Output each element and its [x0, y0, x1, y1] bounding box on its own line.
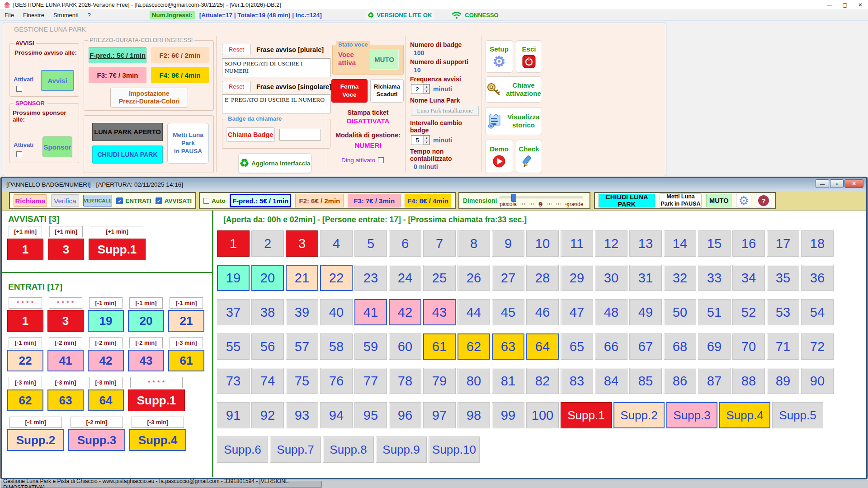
spin-up-icon[interactable]: ▲ [424, 84, 429, 89]
badge-cell-30[interactable]: 30 [595, 265, 627, 291]
aggiorna-interfaccia-button[interactable]: ♻ Aggiorna interfaccia [238, 153, 311, 173]
badge-item-42[interactable]: [-2 min]42 [88, 337, 124, 371]
badge-cell-Supp.9[interactable]: Supp.9 [376, 436, 427, 463]
badge-cell-52[interactable]: 52 [732, 299, 765, 325]
badge-cell-16[interactable]: 16 [732, 230, 765, 257]
badge-cell-49[interactable]: 49 [629, 299, 662, 325]
badge-cell-Supp.2[interactable]: Supp.2 [613, 402, 665, 428]
frase-plurale-input[interactable]: SONO PREGATI DI USCIRE I NUMERI [222, 58, 330, 77]
badge-item-value[interactable]: 63 [47, 389, 84, 411]
auto-toggle[interactable]: Auto [203, 197, 226, 204]
setup-button[interactable]: Setup ⚙ [485, 40, 513, 73]
muto-button[interactable]: MUTO [370, 49, 399, 70]
badge-cell-36[interactable]: 36 [801, 265, 834, 291]
badge-item-63[interactable]: [-3 min]63 [47, 377, 84, 411]
badge-cell-57[interactable]: 57 [286, 333, 318, 360]
badge-cell-20[interactable]: 20 [251, 265, 284, 291]
badge-cell-7[interactable]: 7 [423, 230, 456, 257]
impostazione-prezzi-button[interactable]: Impostazione Prezzi-Durata-Colori [110, 88, 188, 108]
badge-cell-93[interactable]: 93 [286, 402, 318, 428]
badge-item-value[interactable]: 1 [7, 239, 43, 260]
ferma-voce-button[interactable]: Ferma Voce [331, 79, 368, 103]
badge-cell-60[interactable]: 60 [389, 333, 421, 360]
frase-singolare-input[interactable]: E' PREGATO DI USCIRE IL NUMERO [222, 94, 330, 113]
close-button[interactable]: ✕ [853, 0, 868, 10]
badge-cell-83[interactable]: 83 [561, 368, 593, 394]
demo-button[interactable]: Demo [485, 140, 513, 173]
help-button[interactable]: ? [756, 194, 771, 207]
badge-cell-40[interactable]: 40 [320, 299, 353, 325]
badge-cell-5[interactable]: 5 [354, 230, 387, 257]
badge-cell-80[interactable]: 80 [458, 368, 490, 394]
avvisi-attivati-checkbox[interactable] [16, 86, 22, 92]
f2-price-button[interactable]: F2: 6€ / 2min [151, 47, 209, 63]
badge-cell-11[interactable]: 11 [561, 230, 593, 257]
badge-item-value[interactable]: 61 [168, 350, 204, 371]
badge-item-Supp.1[interactable]: * * * *Supp.1 [128, 377, 185, 411]
badge-item-value[interactable]: 43 [128, 350, 164, 371]
badge-cell-85[interactable]: 85 [629, 368, 662, 394]
badge-cell-70[interactable]: 70 [732, 333, 765, 360]
entrati-toggle[interactable]: ✓ENTRATI [116, 197, 151, 204]
badge-cell-55[interactable]: 55 [217, 333, 250, 360]
intervallo-spinner[interactable]: 5▲▼ [411, 135, 430, 145]
badge-item-value[interactable]: Supp.4 [129, 429, 186, 451]
f2-toolbar-button[interactable]: F2: 6€ / 2min [295, 194, 344, 207]
menu-strumenti[interactable]: Strumenti [49, 10, 83, 20]
badge-cell-45[interactable]: 45 [492, 299, 524, 325]
badge-cell-66[interactable]: 66 [595, 333, 627, 360]
badge-cell-90[interactable]: 90 [801, 368, 834, 394]
badge-cell-Supp.8[interactable]: Supp.8 [323, 436, 374, 463]
badge-item-value[interactable]: 1 [7, 310, 43, 332]
avvisati-toggle[interactable]: ✓AVVISATI [156, 197, 192, 204]
badge-cell-42[interactable]: 42 [389, 299, 421, 325]
badge-item-value[interactable]: 19 [88, 310, 124, 332]
badge-cell-15[interactable]: 15 [698, 230, 731, 257]
badge-cell-72[interactable]: 72 [801, 333, 834, 360]
badge-cell-9[interactable]: 9 [492, 230, 524, 257]
badge-cell-54[interactable]: 54 [801, 299, 834, 325]
f4-price-button[interactable]: F4: 8€ / 4min [151, 67, 209, 83]
badge-cell-86[interactable]: 86 [664, 368, 696, 394]
badge-cell-27[interactable]: 27 [492, 265, 524, 291]
badge-cell-50[interactable]: 50 [664, 299, 696, 325]
chiama-badge-input[interactable] [279, 129, 321, 141]
badge-cell-6[interactable]: 6 [389, 230, 421, 257]
badge-cell-91[interactable]: 91 [217, 402, 250, 428]
badge-cell-41[interactable]: 41 [354, 299, 387, 325]
badge-cell-22[interactable]: 22 [320, 265, 353, 291]
badge-item-value[interactable]: 64 [88, 389, 124, 411]
settings-button[interactable]: ⚙ [736, 194, 751, 207]
badge-cell-13[interactable]: 13 [629, 230, 662, 257]
badge-cell-29[interactable]: 29 [561, 265, 593, 291]
ding-checkbox[interactable] [378, 157, 384, 163]
minimize-button[interactable]: — [822, 0, 837, 10]
badge-cell-87[interactable]: 87 [698, 368, 731, 394]
avvisati-checkbox[interactable]: ✓ [156, 197, 162, 204]
badge-cell-96[interactable]: 96 [389, 402, 421, 428]
check-button[interactable]: Check [516, 140, 542, 173]
luna-park-aperto-button[interactable]: LUNA PARK APERTO [92, 123, 163, 141]
badge-cell-17[interactable]: 17 [767, 230, 799, 257]
chiama-badge-button[interactable]: Chiama Badge [226, 127, 275, 142]
pausa-button[interactable]: Metti Luna Park in PAUSA [167, 123, 209, 164]
badge-cell-76[interactable]: 76 [320, 368, 353, 394]
entrati-checkbox[interactable]: ✓ [116, 197, 123, 204]
badge-cell-Supp.3[interactable]: Supp.3 [666, 402, 717, 428]
badge-cell-26[interactable]: 26 [458, 265, 490, 291]
badge-item-value[interactable]: 3 [48, 239, 84, 260]
reset-plurale-button[interactable]: Reset [222, 44, 251, 55]
verifica-button[interactable]: Verifica [51, 194, 79, 207]
spin-down-icon[interactable]: ▼ [424, 140, 429, 145]
badge-cell-94[interactable]: 94 [320, 402, 353, 428]
badge-cell-3[interactable]: 3 [286, 230, 318, 257]
nome-luna-park-input[interactable]: Luna Park Installazione [411, 106, 479, 116]
menu-help[interactable]: ? [83, 10, 95, 20]
badge-cell-43[interactable]: 43 [423, 299, 456, 325]
badge-cell-89[interactable]: 89 [767, 368, 799, 394]
badge-cell-65[interactable]: 65 [561, 333, 593, 360]
badge-cell-23[interactable]: 23 [354, 265, 387, 291]
badge-item-Supp.2[interactable]: [-1 min]Supp.2 [7, 417, 64, 451]
badge-cell-25[interactable]: 25 [423, 265, 456, 291]
badge-cell-Supp.10[interactable]: Supp.10 [429, 436, 480, 463]
